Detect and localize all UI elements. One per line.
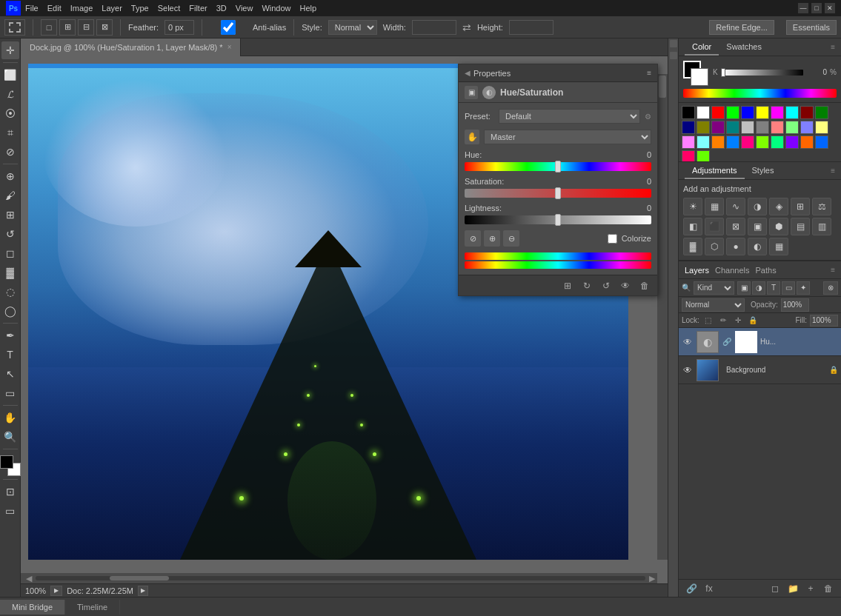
- tab-layers[interactable]: Layers: [685, 266, 709, 275]
- swatch-item[interactable]: [682, 150, 695, 162]
- vscroll-thumb[interactable]: [659, 76, 666, 98]
- menu-help[interactable]: Help: [300, 4, 317, 13]
- menu-window[interactable]: Window: [262, 4, 290, 13]
- adj-colorlookup-icon[interactable]: ▣: [748, 218, 767, 235]
- previous-state-icon[interactable]: ↻: [580, 279, 594, 292]
- adj-exposure-icon[interactable]: ◑: [748, 198, 767, 215]
- hue-sat-icon[interactable]: ◐: [482, 86, 496, 99]
- tab-adjustments[interactable]: Adjustments: [685, 163, 745, 179]
- add-selection-icon[interactable]: ⊞: [59, 19, 76, 36]
- swatch-item[interactable]: [682, 106, 695, 119]
- adjustment-filter-icon[interactable]: ◑: [752, 281, 765, 295]
- lock-position-icon[interactable]: ✛: [732, 315, 744, 327]
- properties-expand-icon[interactable]: ≡: [647, 69, 651, 77]
- delete-icon[interactable]: 🗑: [638, 279, 651, 292]
- lock-all-icon[interactable]: 🔒: [747, 315, 759, 327]
- adj-bw-icon[interactable]: ◧: [683, 218, 702, 235]
- quick-select-tool[interactable]: ⦿: [1, 104, 19, 122]
- gradient-tool[interactable]: ▓: [1, 264, 19, 281]
- swatch-item[interactable]: [785, 121, 799, 134]
- saturation-track[interactable]: [465, 189, 651, 198]
- swatch-item[interactable]: [785, 106, 799, 119]
- adj-colorbalance-icon[interactable]: ⚖: [812, 198, 831, 215]
- kind-select[interactable]: Kind: [694, 281, 734, 295]
- swatch-item[interactable]: [800, 135, 814, 149]
- subtract-selection-icon[interactable]: ⊟: [78, 19, 94, 36]
- hue-thumb[interactable]: [555, 161, 561, 173]
- doc-info-options-icon[interactable]: ▶: [138, 586, 148, 596]
- delete-layer-icon[interactable]: 🗑: [822, 582, 835, 595]
- adj-invert-icon[interactable]: ⬢: [769, 218, 788, 235]
- swatch-item[interactable]: [741, 106, 754, 119]
- menu-3d[interactable]: 3D: [216, 4, 227, 13]
- lightness-value-input[interactable]: [629, 204, 651, 212]
- saturation-value-input[interactable]: [629, 177, 651, 186]
- adj-channelmixer-icon[interactable]: ⊠: [726, 218, 745, 235]
- maximize-button[interactable]: □: [811, 3, 822, 13]
- swatch-item[interactable]: [741, 121, 754, 134]
- scroll-right-icon[interactable]: ▶: [647, 575, 657, 582]
- adj-threshold-icon[interactable]: ▥: [812, 218, 831, 235]
- new-selection-icon[interactable]: □: [41, 19, 57, 36]
- blend-mode-select[interactable]: Normal: [682, 298, 745, 312]
- zoom-tool[interactable]: 🔍: [1, 428, 19, 446]
- tab-mini-bridge[interactable]: Mini Bridge: [0, 600, 65, 615]
- swatch-item[interactable]: [800, 121, 814, 134]
- style-select[interactable]: Normal: [328, 20, 377, 35]
- swatch-item[interactable]: [697, 106, 710, 119]
- adj-levels-icon[interactable]: ▦: [705, 198, 724, 215]
- swatch-item[interactable]: [726, 135, 739, 149]
- swatch-item[interactable]: [697, 135, 710, 149]
- add-sample-button[interactable]: ⊕: [484, 230, 500, 247]
- adj-vibrance-icon[interactable]: ◈: [769, 198, 788, 215]
- colorize-checkbox[interactable]: [608, 234, 617, 244]
- refine-edge-button[interactable]: Refine Edge...: [709, 20, 774, 35]
- brush-tool[interactable]: 🖌: [1, 187, 19, 204]
- smart-filter-icon[interactable]: ✦: [797, 281, 810, 295]
- swatch-item[interactable]: [815, 135, 828, 149]
- lightness-thumb[interactable]: [555, 214, 561, 226]
- tab-close-button[interactable]: ×: [227, 43, 232, 51]
- width-input[interactable]: [412, 20, 456, 35]
- canvas-content[interactable]: ◀ Properties ≡ ▣ ◐ Hue/Saturation Preset…: [21, 56, 668, 583]
- essentials-button[interactable]: Essentials: [786, 20, 837, 35]
- menu-image[interactable]: Image: [70, 4, 93, 13]
- adj-solidcolor-icon[interactable]: ●: [726, 238, 745, 255]
- type-filter-icon[interactable]: T: [767, 281, 780, 295]
- opacity-input[interactable]: [781, 298, 809, 312]
- horizontal-scrollbar[interactable]: ◀ ▶: [21, 573, 657, 583]
- visibility-icon[interactable]: 👁: [619, 279, 632, 292]
- menu-filter[interactable]: Filter: [189, 4, 207, 13]
- reset-icon[interactable]: ↺: [599, 279, 613, 292]
- panel-options-icon[interactable]: [670, 52, 677, 59]
- tab-styles[interactable]: Styles: [745, 163, 782, 179]
- history-brush-tool[interactable]: ↺: [1, 225, 19, 243]
- swatch-item[interactable]: [815, 106, 828, 119]
- anti-alias-checkbox[interactable]: [210, 20, 247, 35]
- swatch-item[interactable]: [800, 106, 814, 119]
- foreground-color[interactable]: [0, 455, 13, 469]
- eraser-tool[interactable]: ◻: [1, 244, 19, 262]
- swatch-item[interactable]: [726, 106, 739, 119]
- adj-selectivecolor-icon[interactable]: ⬡: [705, 238, 724, 255]
- menu-edit[interactable]: Edit: [47, 4, 62, 13]
- fill-input[interactable]: [810, 315, 838, 327]
- tab-swatches[interactable]: Swatches: [719, 39, 769, 56]
- menu-type[interactable]: Type: [131, 4, 149, 13]
- lock-transparent-icon[interactable]: ⬚: [702, 315, 714, 327]
- rectangular-marquee-tool[interactable]: ⬜: [1, 66, 19, 84]
- lightness-track[interactable]: [465, 215, 651, 224]
- swatch-item[interactable]: [815, 121, 828, 134]
- add-layer-style-icon[interactable]: fx: [702, 582, 716, 595]
- dodge-tool[interactable]: ◯: [1, 302, 19, 320]
- link-layers-icon[interactable]: 🔗: [685, 582, 698, 595]
- shape-filter-icon[interactable]: ▭: [782, 281, 795, 295]
- preset-options-icon[interactable]: ⚙: [645, 113, 651, 121]
- spot-healing-tool[interactable]: ⊕: [1, 167, 19, 185]
- menu-select[interactable]: Select: [158, 4, 181, 13]
- adj-gradientmap-icon[interactable]: ▓: [683, 238, 702, 255]
- move-tool[interactable]: ✛: [1, 41, 19, 59]
- swatch-item[interactable]: [756, 135, 769, 149]
- swatch-item[interactable]: [771, 135, 784, 149]
- swatch-item[interactable]: [726, 121, 739, 134]
